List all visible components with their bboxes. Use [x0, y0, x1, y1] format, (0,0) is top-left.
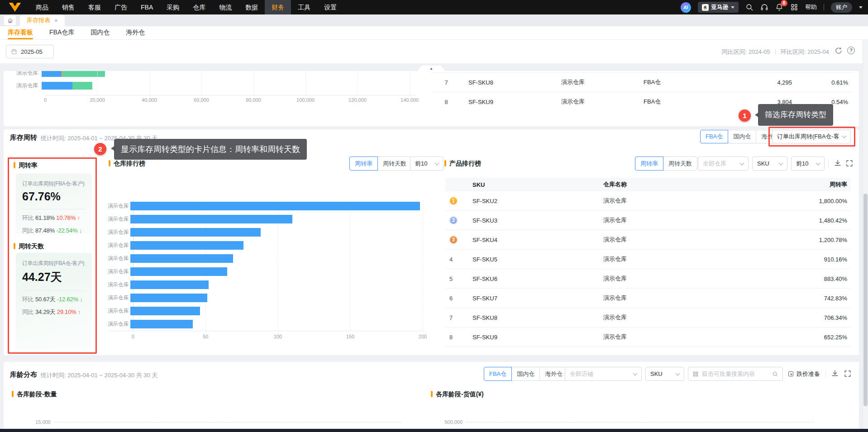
turnover-wh-fba-button[interactable]: FBA仓: [700, 130, 728, 143]
product-rank-sku-select[interactable]: SKU: [752, 157, 787, 171]
rate-yoy-row: 同比 87.48% -22.54% ↓: [22, 227, 86, 235]
product-rank-rate-toggle[interactable]: 周转率: [635, 157, 663, 171]
turnover-type-select[interactable]: 订单出库周转(FBA仓-客户): [772, 130, 851, 143]
nav-item-财务[interactable]: 财务: [265, 0, 291, 14]
top-table-type: FBA仓: [638, 78, 747, 86]
search-icon[interactable]: [745, 3, 754, 11]
product-rank-days-toggle[interactable]: 周转天数: [663, 157, 697, 171]
warehouse-rank-row: 演示仓库: [108, 291, 424, 304]
product-rank-cell: 6: [445, 295, 464, 302]
product-rank-title: 产品排行榜: [449, 160, 481, 168]
product-rank-cell: 3: [445, 236, 464, 244]
age-wh-overseas-button[interactable]: 海外仓: [539, 367, 568, 381]
collapse-handle[interactable]: ▲: [417, 66, 445, 71]
fox-logo-icon[interactable]: [8, 2, 22, 13]
nav-item-客服[interactable]: 客服: [81, 0, 108, 14]
apps-grid-icon[interactable]: [790, 3, 798, 11]
store-selector[interactable]: a 亚马逊: [698, 2, 739, 13]
tab-inventory-report[interactable]: 库存报表 ×: [20, 14, 65, 26]
mom-base: 50.67天: [35, 296, 55, 303]
age-wh-domestic-button[interactable]: 国内仓: [511, 367, 540, 381]
headset-icon[interactable]: [760, 3, 768, 11]
turnover-title: 库存周转: [10, 133, 37, 142]
age-download-button[interactable]: [831, 370, 839, 378]
warehouse-rank-row: 演示仓库: [108, 239, 424, 252]
age-qty-gridline: [54, 422, 402, 423]
warehouse-rank-row: 演示仓库: [108, 304, 424, 318]
yoy-label: 同比: [22, 227, 34, 234]
ai-assistant-button[interactable]: AI: [681, 2, 691, 13]
nav-item-工具[interactable]: 工具: [291, 0, 317, 14]
warehouse-rank-row: 演示仓库: [108, 278, 424, 291]
age-expand-button[interactable]: [844, 370, 852, 378]
nav-item-设置[interactable]: 设置: [317, 0, 343, 14]
rate-section-marker: [14, 162, 15, 168]
markdown-provision-button[interactable]: 跌价准备: [787, 367, 820, 381]
days-mom-row: 环比 50.67天 -12.62% ↓: [22, 295, 86, 304]
top-chart-bar-segment: [72, 82, 92, 90]
notifications-button[interactable]: 8: [775, 3, 783, 11]
nav-item-采购[interactable]: 采购: [160, 0, 186, 14]
range-divider: |: [775, 48, 776, 56]
help-circle-button[interactable]: ?: [847, 47, 855, 55]
top-table-rank: 8: [431, 99, 462, 105]
top-chart-gridline: [253, 71, 254, 95]
warehouse-rank-days-toggle[interactable]: 周转天数: [377, 157, 412, 171]
nav-item-数据[interactable]: 数据: [238, 0, 265, 14]
subnav-tab-海外仓[interactable]: 海外仓: [126, 26, 145, 39]
warehouse-rank-bar: [130, 280, 209, 289]
nav-item-广告[interactable]: 广告: [108, 0, 134, 14]
top-chart-bar-segment: [42, 82, 72, 90]
yoy-delta: -22.54% ↓: [56, 227, 82, 234]
search-input[interactable]: [702, 370, 769, 377]
nav-item-销售[interactable]: 销售: [55, 0, 81, 14]
chevron-down-icon: [842, 134, 847, 138]
product-rank-expand-button[interactable]: [845, 159, 854, 167]
nav-item-商品[interactable]: 商品: [29, 0, 55, 14]
warehouse-rank-rate-toggle[interactable]: 周转率: [349, 157, 378, 171]
nav-item-仓库[interactable]: 仓库: [186, 0, 212, 14]
nav-item-物流[interactable]: 物流: [212, 0, 238, 14]
refresh-button[interactable]: [835, 47, 843, 55]
age-sku-select[interactable]: SKU: [645, 367, 684, 381]
subnav: 库存看板FBA仓库国内仓海外仓: [0, 26, 868, 40]
question-icon: ?: [847, 47, 855, 54]
account-chevron-down-icon[interactable]: [859, 6, 863, 10]
close-icon[interactable]: ×: [54, 17, 58, 24]
top-chart-axis-tick: 80,000: [246, 97, 261, 103]
home-tab-button[interactable]: [4, 16, 16, 25]
download-icon: [831, 370, 839, 378]
product-rank-warehouse-select[interactable]: 全部仓库: [698, 157, 749, 171]
age-qty-gridline-label: 15,000: [24, 419, 51, 425]
annotation-tooltip-2: 显示库存周转类型的卡片信息：周转率和周转天数: [114, 139, 307, 160]
month-value: 2025-05: [21, 48, 43, 55]
turnover-wh-domestic-button[interactable]: 国内仓: [728, 130, 756, 143]
scrollbar-thumb[interactable]: [863, 194, 868, 406]
subnav-tab-国内仓[interactable]: 国内仓: [91, 26, 110, 39]
top-chart-category-label: 演示仓库: [4, 71, 42, 77]
turnover-rate-column-header: 周转率: [765, 180, 851, 189]
age-shop-select[interactable]: 全部店铺: [565, 367, 642, 381]
refresh-icon: [835, 47, 843, 55]
product-rank-download-button[interactable]: [834, 159, 842, 167]
help-link[interactable]: 帮助: [805, 3, 817, 11]
warehouse-rank-label: 演示仓库: [108, 281, 130, 288]
batch-search-grid-icon[interactable]: [692, 371, 699, 377]
top-chart-axis-tick: 120,000: [348, 97, 367, 103]
nav-item-FBA[interactable]: FBA: [134, 0, 160, 14]
subnav-tab-FBA仓库[interactable]: FBA仓库: [49, 26, 74, 39]
subnav-tab-库存看板[interactable]: 库存看板: [8, 26, 33, 39]
days-card-value: 44.27天: [22, 270, 86, 285]
age-value-gridline: [466, 422, 814, 423]
age-wh-fba-button[interactable]: FBA仓: [484, 367, 512, 381]
top-chart-gridline: [149, 71, 150, 95]
month-picker[interactable]: 2025-05: [6, 45, 54, 58]
account-button[interactable]: 账户: [831, 2, 852, 13]
vertical-scrollbar[interactable]: [863, 40, 868, 429]
amazon-logo-icon: a: [702, 4, 709, 11]
warehouse-rank-top-select[interactable]: 前10: [410, 157, 444, 171]
search-icon[interactable]: [772, 371, 778, 377]
product-rank-top-select[interactable]: 前10: [791, 157, 825, 171]
top-table-pct: 0.61%: [795, 79, 854, 86]
top-stacked-chart: 演示仓库演示仓库 020,00040,00060,00080,000100,00…: [4, 71, 434, 126]
